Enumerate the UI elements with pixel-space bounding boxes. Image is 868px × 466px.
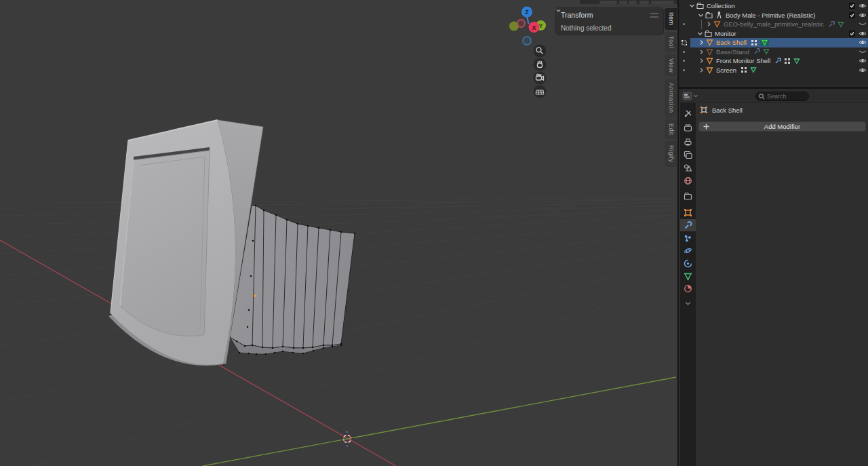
eye-closed-icon[interactable] bbox=[859, 49, 867, 55]
expand-icon[interactable] bbox=[689, 3, 695, 9]
editor-type-button[interactable] bbox=[682, 91, 700, 101]
tab-physics[interactable] bbox=[680, 244, 696, 256]
search-input[interactable] bbox=[767, 93, 804, 100]
tab-particles[interactable] bbox=[680, 232, 696, 244]
tab-tool[interactable]: Tool bbox=[665, 32, 677, 53]
eye-icon[interactable] bbox=[859, 3, 867, 9]
tab-object[interactable] bbox=[680, 206, 696, 218]
expand-icon[interactable] bbox=[697, 31, 703, 37]
tab-rigify[interactable]: Rigify bbox=[665, 141, 677, 167]
tab-view[interactable]: View bbox=[665, 54, 677, 77]
svg-text:Z: Z bbox=[525, 9, 529, 16]
gizmo-axis-x-neg[interactable] bbox=[517, 20, 525, 27]
tab-material[interactable] bbox=[680, 282, 696, 294]
header-button[interactable] bbox=[651, 1, 674, 4]
tab-scroll-more[interactable] bbox=[680, 297, 696, 309]
mesh-data-icon[interactable] bbox=[837, 21, 844, 28]
viewport-canvas[interactable]: Z Y X bbox=[0, 0, 677, 466]
outliner-row-front-monitor-shell[interactable]: Front Monitor Shell bbox=[679, 56, 868, 66]
outliner-row-collection[interactable]: Collection bbox=[679, 1, 868, 11]
tab-render[interactable] bbox=[680, 121, 696, 134]
scene-icon bbox=[684, 163, 692, 172]
object-data-icon bbox=[684, 272, 692, 281]
eye-icon[interactable] bbox=[859, 12, 867, 18]
header-button[interactable] bbox=[619, 1, 627, 4]
transform-panel-title[interactable]: Transform bbox=[561, 11, 647, 19]
tab-scene[interactable] bbox=[680, 161, 696, 174]
tree-connector bbox=[701, 20, 702, 29]
plus-icon bbox=[703, 123, 709, 130]
collection-icon bbox=[705, 12, 713, 19]
outliner-row-base-stand[interactable]: Base/Stand bbox=[679, 47, 868, 57]
collection-icon bbox=[705, 30, 712, 37]
gizmo-axis-z-neg[interactable] bbox=[523, 37, 531, 45]
right-panel-column: Collection Body Male - Primitve (Realist… bbox=[677, 0, 868, 466]
camera-view-button[interactable] bbox=[534, 72, 547, 85]
gizmo-axis-z[interactable]: Z bbox=[521, 7, 532, 18]
zoom-button[interactable] bbox=[534, 45, 547, 58]
tab-collection-props[interactable] bbox=[680, 190, 696, 202]
expand-icon[interactable] bbox=[698, 12, 704, 18]
mesh-object-icon bbox=[706, 66, 713, 74]
tab-animation[interactable]: Animation bbox=[665, 79, 677, 117]
mesh-data-icon[interactable] bbox=[763, 48, 770, 55]
mesh-data-icon[interactable] bbox=[750, 66, 757, 73]
mesh-object-icon bbox=[706, 57, 713, 64]
tool-icon bbox=[684, 109, 692, 117]
tab-world[interactable] bbox=[680, 174, 696, 187]
tab-output[interactable] bbox=[680, 136, 696, 148]
output-printer-icon bbox=[684, 138, 692, 147]
expand-icon[interactable] bbox=[698, 39, 705, 45]
eye-icon[interactable] bbox=[859, 31, 867, 37]
3d-viewport[interactable]: Z Y X bbox=[0, 0, 677, 466]
gizmo-axis-x[interactable]: X bbox=[529, 22, 540, 33]
add-modifier-button[interactable]: Add Modifier bbox=[698, 121, 866, 132]
header-button[interactable] bbox=[599, 1, 617, 4]
outliner-row-back-shell[interactable]: Back Shell bbox=[679, 38, 868, 47]
header-button[interactable] bbox=[629, 1, 637, 4]
panel-grip-icon[interactable] bbox=[650, 13, 658, 18]
pan-button[interactable] bbox=[534, 58, 547, 71]
outliner: Collection Body Male - Primitve (Realist… bbox=[679, 0, 868, 87]
expand-icon[interactable] bbox=[706, 21, 712, 27]
modifier-wrench-icon[interactable] bbox=[774, 58, 781, 64]
mesh-data-active-icon[interactable] bbox=[761, 39, 768, 46]
expand-icon[interactable] bbox=[698, 58, 705, 64]
outliner-row-screen[interactable]: Screen bbox=[679, 66, 868, 75]
chevron-down-icon[interactable] bbox=[556, 8, 561, 13]
outliner-row-body-male[interactable]: Body Male - Primitve (Realistic) bbox=[679, 11, 868, 20]
header-button[interactable] bbox=[639, 1, 649, 4]
tab-edit[interactable]: Edit bbox=[665, 119, 677, 140]
active-vertex[interactable] bbox=[254, 295, 256, 297]
expand-icon[interactable] bbox=[698, 67, 705, 73]
vertex-group-icon[interactable] bbox=[741, 66, 747, 73]
checkbox-checked[interactable] bbox=[849, 31, 855, 37]
row-dot bbox=[683, 69, 685, 71]
render-icon bbox=[684, 123, 692, 132]
checkbox-checked[interactable] bbox=[849, 3, 855, 9]
properties-search[interactable] bbox=[755, 92, 809, 101]
tab-view-layer[interactable] bbox=[680, 149, 696, 161]
search-icon bbox=[759, 94, 765, 100]
mesh-data-icon[interactable] bbox=[793, 58, 800, 64]
expand-icon[interactable] bbox=[698, 49, 705, 55]
eye-icon[interactable] bbox=[859, 67, 867, 73]
eye-closed-icon[interactable] bbox=[859, 21, 867, 27]
tab-constraints[interactable] bbox=[680, 257, 696, 269]
tab-modifiers[interactable] bbox=[680, 219, 696, 231]
outliner-row-geo-belly[interactable]: GEO-belly_male_primitive_realistic bbox=[679, 20, 868, 29]
modifier-wrench-icon[interactable] bbox=[753, 48, 760, 55]
eye-icon[interactable] bbox=[859, 39, 867, 45]
tab-item[interactable]: Item bbox=[665, 8, 677, 30]
tab-tool[interactable] bbox=[680, 106, 696, 119]
tab-object-data[interactable] bbox=[680, 270, 696, 282]
checkbox-checked[interactable] bbox=[849, 12, 855, 18]
material-icon bbox=[684, 284, 692, 293]
vertex-group-icon[interactable] bbox=[784, 58, 791, 64]
outliner-row-monitor[interactable]: Monitor bbox=[679, 29, 868, 39]
breadcrumb[interactable]: Back Shell bbox=[700, 106, 743, 114]
modifier-wrench-icon[interactable] bbox=[828, 21, 835, 28]
vertex-group-icon[interactable] bbox=[751, 39, 757, 46]
perspective-toggle-button[interactable] bbox=[534, 85, 547, 98]
eye-icon[interactable] bbox=[859, 58, 867, 64]
